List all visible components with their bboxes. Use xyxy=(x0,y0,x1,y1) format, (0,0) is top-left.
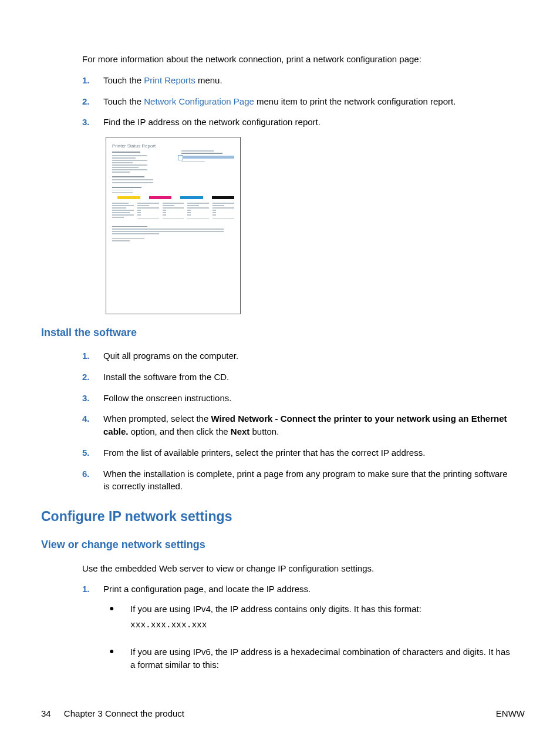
step-number: 6. xyxy=(82,468,103,480)
step-text: Find the IP address on the network confi… xyxy=(103,116,513,129)
top-steps-list: 1. Touch the Print Reports menu. 2. Touc… xyxy=(82,74,513,129)
text-fragment: If you are using IPv4, the IP address co… xyxy=(130,604,421,614)
text-fragment: Print a configuration page, and locate t… xyxy=(103,584,311,594)
report-page: Printer Status Report xyxy=(106,137,241,314)
step-number: 1. xyxy=(82,350,103,362)
footer-right: ENWW xyxy=(496,707,525,720)
printer-status-report-figure: Printer Status Report xyxy=(106,137,513,314)
report-info-box xyxy=(181,150,234,163)
step-text: When the installation is complete, print… xyxy=(103,468,513,493)
report-title: Printer Status Report xyxy=(112,143,234,150)
bullet-text: If you are using IPv4, the IP address co… xyxy=(130,603,513,639)
ipv4-format-code: xxx.xxx.xxx.xxx xyxy=(130,619,513,631)
network-config-page-link[interactable]: Network Configuration Page xyxy=(144,96,254,106)
bullet-icon: ● xyxy=(103,646,130,657)
view-step-1: 1. Print a configuration page, and locat… xyxy=(82,583,513,678)
step-number: 3. xyxy=(82,392,103,405)
step-3: 3. Find the IP address on the network co… xyxy=(82,116,513,129)
text-fragment: menu item to print the network configura… xyxy=(254,96,456,106)
step-text: Touch the Print Reports menu. xyxy=(103,74,513,87)
step-text: Quit all programs on the computer. xyxy=(103,350,513,362)
ipv4-bullet: ● If you are using IPv4, the IP address … xyxy=(103,603,513,639)
view-steps-list: 1. Print a configuration page, and locat… xyxy=(82,583,513,678)
step-number: 2. xyxy=(82,371,103,384)
page-footer: 34 Chapter 3 Connect the product ENWW xyxy=(41,707,525,720)
install-software-heading: Install the software xyxy=(41,325,525,340)
text-fragment: When prompted, select the xyxy=(103,414,211,424)
page-number: 34 xyxy=(41,708,51,718)
step-number: 1. xyxy=(82,74,103,87)
step-number: 1. xyxy=(82,583,103,596)
bullet-icon: ● xyxy=(103,603,130,614)
view-intro-paragraph: Use the embedded Web server to view or c… xyxy=(82,562,513,575)
step-number: 3. xyxy=(82,116,103,129)
step-1: 1. Touch the Print Reports menu. xyxy=(82,74,513,87)
step-number: 2. xyxy=(82,95,103,108)
text-fragment: menu. xyxy=(195,75,222,85)
configure-ip-heading: Configure IP network settings xyxy=(41,507,525,526)
text-fragment: Touch the xyxy=(103,96,144,106)
install-step-1: 1. Quit all programs on the computer. xyxy=(82,350,513,362)
step-number: 5. xyxy=(82,446,103,459)
step-number: 4. xyxy=(82,412,103,425)
footer-left: 34 Chapter 3 Connect the product xyxy=(41,707,184,720)
intro-paragraph: For more information about the network c… xyxy=(82,53,513,66)
text-fragment: option, and then click the xyxy=(129,426,231,436)
view-change-heading: View or change network settings xyxy=(41,537,525,552)
ipv6-bullet: ● If you are using IPv6, the IP address … xyxy=(103,646,513,671)
progress-bar-icon xyxy=(181,156,234,159)
step-text: Follow the onscreen instructions. xyxy=(103,392,513,405)
step-2: 2. Touch the Network Configuration Page … xyxy=(82,95,513,108)
step-text: From the list of available printers, sel… xyxy=(103,446,513,459)
text-fragment: Touch the xyxy=(103,75,144,85)
install-step-5: 5. From the list of available printers, … xyxy=(82,446,513,459)
install-step-2: 2. Install the software from the CD. xyxy=(82,371,513,384)
ip-format-bullets: ● If you are using IPv4, the IP address … xyxy=(103,603,513,671)
chapter-label: Chapter 3 Connect the product xyxy=(64,708,184,718)
step-text: Touch the Network Configuration Page men… xyxy=(103,95,513,108)
install-steps-list: 1. Quit all programs on the computer. 2.… xyxy=(82,350,513,493)
step-text: Print a configuration page, and locate t… xyxy=(103,583,513,678)
install-step-6: 6. When the installation is complete, pr… xyxy=(82,468,513,493)
step-text: When prompted, select the Wired Network … xyxy=(103,412,513,438)
text-fragment: button. xyxy=(249,426,279,436)
ink-levels-icon xyxy=(112,196,234,199)
bold-next: Next xyxy=(231,426,250,436)
install-step-4: 4. When prompted, select the Wired Netwo… xyxy=(82,412,513,438)
step-text: Install the software from the CD. xyxy=(103,371,513,384)
print-reports-link[interactable]: Print Reports xyxy=(144,75,195,85)
install-step-3: 3. Follow the onscreen instructions. xyxy=(82,392,513,405)
bullet-text: If you are using IPv6, the IP address is… xyxy=(130,646,513,671)
